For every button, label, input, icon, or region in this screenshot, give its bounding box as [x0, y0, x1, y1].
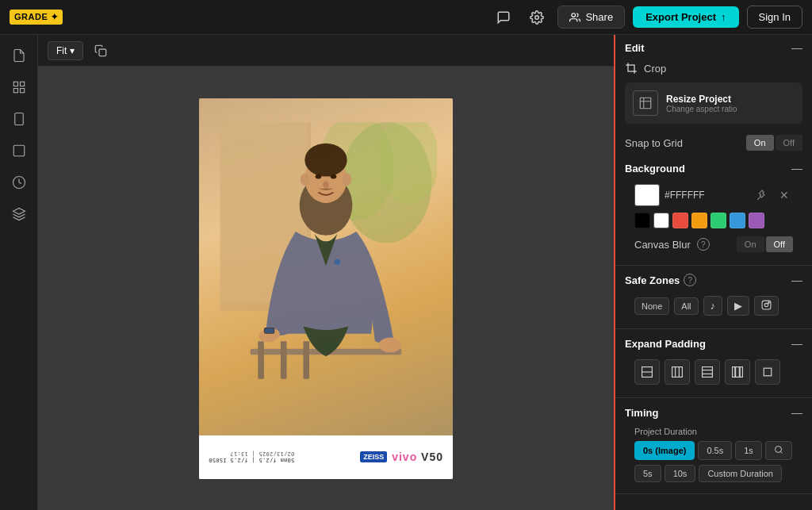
caption-text-left: 50mm f/2.5 | f/2.5 IS050	[209, 457, 294, 463]
blur-toggle-group: On Off	[737, 236, 793, 252]
logo-star: ✦	[51, 12, 59, 21]
safe-zone-youtube-button[interactable]: ▶	[727, 296, 749, 316]
duration-buttons-row-2: 5s 10s Custom Duration	[625, 463, 802, 485]
swatch-green[interactable]	[710, 213, 726, 228]
fit-label: Fit	[56, 45, 67, 56]
logo-badge: GRADE ✦	[10, 10, 63, 25]
left-toolbar	[0, 35, 38, 510]
svg-point-29	[379, 337, 402, 352]
swatch-purple[interactable]	[749, 213, 764, 228]
svg-rect-6	[14, 113, 23, 125]
safe-zones-help-icon[interactable]: ?	[684, 274, 696, 286]
svg-rect-8	[13, 145, 25, 156]
safe-zone-tiktok-button[interactable]: ♪	[703, 296, 723, 316]
duration-0s-button[interactable]: 0s (Image)	[634, 441, 695, 460]
snap-on-button[interactable]: On	[746, 135, 774, 151]
duration-search-button[interactable]	[765, 441, 792, 460]
resize-project-card[interactable]: Resize Project Change aspect ratio	[625, 82, 802, 124]
blur-on-button[interactable]: On	[737, 236, 764, 252]
expand-sides-button[interactable]	[725, 359, 750, 385]
safe-zone-instagram-button[interactable]	[754, 296, 779, 316]
expand-columns-button[interactable]	[665, 359, 690, 385]
edit-header: Edit —	[615, 35, 812, 57]
svg-point-33	[334, 259, 340, 265]
canvas-image: 50mm f/2.5 | f/2.5 IS050 02/13/2025 | 13…	[199, 98, 453, 479]
youtube-icon: ▶	[734, 300, 742, 312]
share-button[interactable]: Share	[557, 6, 625, 29]
duration-custom-button[interactable]: Custom Duration	[699, 465, 782, 482]
brand-badge: ZEISS	[360, 451, 387, 462]
swatch-black[interactable]	[634, 213, 650, 228]
layers-tool-button[interactable]	[5, 73, 33, 102]
expand-none-button[interactable]	[755, 359, 780, 385]
timer-tool-button[interactable]	[5, 168, 33, 197]
duration-5s-button[interactable]: 5s	[634, 465, 661, 482]
signin-button[interactable]: Sign In	[747, 6, 802, 29]
background-clear-button[interactable]: ✕	[776, 186, 793, 204]
caption-logo-area: ZEISS vivo V50	[360, 451, 443, 463]
expand-all-sides-button[interactable]	[634, 359, 660, 385]
duration-05s-button[interactable]: 0.5s	[698, 441, 732, 460]
crop-icon	[625, 62, 638, 75]
svg-line-53	[780, 451, 782, 453]
blur-off-button[interactable]: Off	[766, 236, 793, 252]
svg-point-38	[764, 303, 768, 306]
canvas-blur-help-icon[interactable]: ?	[697, 238, 710, 251]
expand-rows-button[interactable]	[695, 359, 720, 385]
background-title: Background	[625, 163, 685, 174]
svg-rect-50	[740, 367, 742, 378]
svg-point-39	[768, 302, 770, 304]
swatch-orange[interactable]	[691, 213, 707, 228]
fit-button[interactable]: Fit ▾	[48, 41, 83, 60]
topbar-left: GRADE ✦	[10, 10, 63, 25]
svg-rect-48	[736, 367, 740, 378]
svg-rect-42	[672, 367, 683, 378]
duration-10s-button[interactable]: 10s	[665, 465, 696, 482]
share-label: Share	[585, 11, 613, 23]
swatch-red[interactable]	[672, 213, 688, 228]
svg-rect-35	[640, 98, 651, 109]
swatch-blue[interactable]	[730, 213, 745, 228]
caption-text-sub: 02/13/2025 | 13:17	[209, 451, 294, 457]
snap-to-grid-row: Snap to Grid On Off	[615, 130, 812, 154]
expand-padding-title: Expand Padding	[625, 338, 706, 350]
settings-icon-button[interactable]	[524, 5, 550, 30]
svg-rect-4	[13, 89, 17, 93]
duplicate-canvas-button[interactable]	[90, 40, 112, 62]
color-swatches	[625, 211, 802, 233]
expand-padding-collapse-button[interactable]: —	[791, 337, 802, 350]
duration-1s-button[interactable]: 1s	[735, 441, 762, 460]
device-tool-button[interactable]	[5, 105, 33, 133]
frame-tool-button[interactable]	[5, 136, 33, 165]
resize-project-icon	[633, 90, 658, 116]
file-tool-button[interactable]	[5, 41, 33, 70]
export-button[interactable]: Export Project ↑	[633, 6, 738, 28]
chat-icon-button[interactable]	[491, 5, 516, 30]
tiktok-icon: ♪	[710, 300, 716, 312]
background-color-value: #FFFFFF	[665, 190, 749, 201]
swatch-white[interactable]	[653, 213, 669, 228]
canvas-blur-label: Canvas Blur	[634, 239, 691, 251]
timing-collapse-button[interactable]: —	[791, 406, 802, 419]
fit-chevron-icon: ▾	[70, 45, 75, 56]
snap-off-button[interactable]: Off	[776, 135, 802, 151]
person-figure	[215, 122, 437, 439]
edit-collapse-button[interactable]: —	[791, 41, 802, 54]
svg-point-24	[301, 173, 309, 185]
stack-tool-button[interactable]	[5, 200, 33, 228]
canvas-blur-row: Canvas Blur ? On Off	[625, 233, 802, 257]
background-eyedropper-button[interactable]	[753, 186, 771, 204]
background-collapse-button[interactable]: —	[791, 162, 802, 174]
safe-zone-none-button[interactable]: None	[634, 297, 669, 315]
crop-item[interactable]: Crop	[615, 57, 812, 79]
timing-title: Timing	[625, 407, 658, 419]
canvas-area: Fit ▾	[38, 35, 614, 510]
background-color-preview[interactable]	[634, 184, 660, 206]
snap-to-grid-label: Snap to Grid	[625, 137, 683, 149]
export-label: Export Project	[645, 11, 716, 23]
canvas-toolbar: Fit ▾	[38, 35, 614, 67]
canvas-viewport[interactable]: 50mm f/2.5 | f/2.5 IS050 02/13/2025 | 13…	[38, 67, 614, 510]
expand-padding-buttons-row	[625, 356, 802, 389]
safe-zone-all-button[interactable]: All	[674, 297, 698, 315]
safe-zones-collapse-button[interactable]: —	[791, 274, 802, 286]
